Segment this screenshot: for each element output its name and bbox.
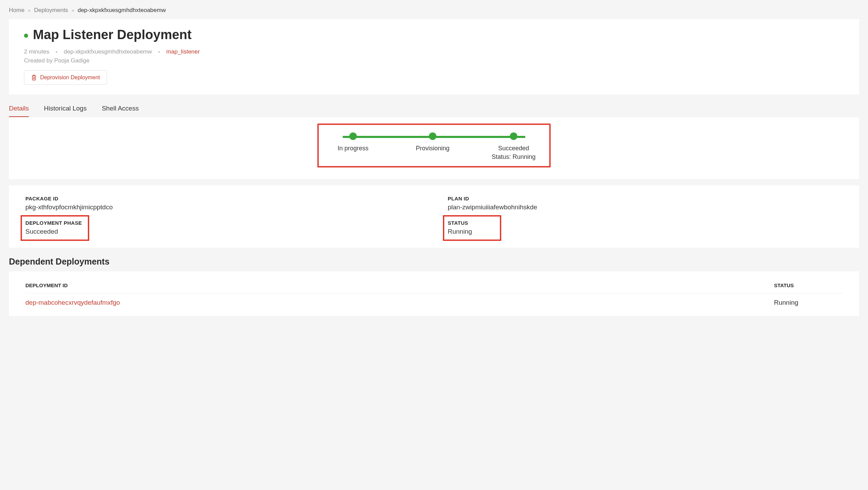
field-value: Running bbox=[448, 228, 495, 235]
step-succeeded: Succeeded Status: Running bbox=[492, 132, 536, 161]
deprovision-label: Deprovision Deployment bbox=[40, 74, 100, 81]
field-package-id: PACKAGE ID pkg-xthfovpfocmkhjimicpptdco bbox=[25, 196, 420, 211]
created-by: Created by Pooja Gadige bbox=[24, 57, 844, 64]
col-deployment-id: DEPLOYMENT ID bbox=[25, 278, 774, 293]
status-dot-icon bbox=[24, 34, 28, 38]
breadcrumb: Home » Deployments » dep-xkpxkfxuesgmhdh… bbox=[0, 0, 868, 19]
chevron-right-icon: » bbox=[28, 8, 31, 13]
page-title: Map Listener Deployment bbox=[33, 27, 191, 42]
dependent-table: DEPLOYMENT ID STATUS dep-mabcohecxrvqyde… bbox=[25, 278, 843, 308]
breadcrumb-current: dep-xkpxkfxuesgmhdhxteoabemw bbox=[78, 7, 166, 14]
field-plan-id: PLAN ID plan-zwipmiuiiiafewbohnihskde bbox=[448, 196, 843, 211]
tab-shell-access[interactable]: Shell Access bbox=[102, 102, 139, 117]
chevron-right-icon: » bbox=[71, 8, 74, 13]
field-value: plan-zwipmiuiiiafewbohnihskde bbox=[448, 203, 843, 211]
service-link[interactable]: map_listener bbox=[166, 48, 200, 55]
dependent-deployments-title: Dependent Deployments bbox=[9, 257, 859, 267]
col-status: STATUS bbox=[774, 278, 843, 293]
dot-separator-icon: ● bbox=[56, 50, 58, 54]
step-provisioning: Provisioning bbox=[412, 132, 453, 152]
tab-historical-logs[interactable]: Historical Logs bbox=[44, 102, 87, 117]
step-label: Succeeded bbox=[498, 145, 529, 152]
field-label: DEPLOYMENT PHASE bbox=[25, 220, 83, 226]
progress-highlight-box: In progress Provisioning Succeeded Statu… bbox=[317, 124, 551, 167]
step-dot-icon bbox=[429, 132, 436, 140]
dependent-table-card: DEPLOYMENT ID STATUS dep-mabcohecxrvqyde… bbox=[9, 271, 859, 316]
step-dot-icon bbox=[510, 132, 517, 140]
deployment-age: 2 minutes bbox=[24, 48, 49, 55]
dependent-deployment-status: Running bbox=[774, 293, 843, 308]
dot-separator-icon: ● bbox=[158, 50, 160, 54]
step-dot-icon bbox=[349, 132, 357, 140]
step-label: In progress bbox=[338, 145, 368, 152]
progress-card: In progress Provisioning Succeeded Statu… bbox=[9, 117, 859, 179]
meta-row: 2 minutes ● dep-xkpxkfxuesgmhdhxteoabemw… bbox=[24, 48, 844, 55]
details-card: PACKAGE ID pkg-xthfovpfocmkhjimicpptdco … bbox=[9, 185, 859, 248]
progress-steps: In progress Provisioning Succeeded Statu… bbox=[332, 132, 536, 161]
breadcrumb-home[interactable]: Home bbox=[9, 7, 24, 14]
table-row: dep-mabcohecxrvqydefaufmxfgo Running bbox=[25, 293, 843, 308]
deprovision-button[interactable]: Deprovision Deployment bbox=[24, 70, 107, 85]
field-deployment-phase: DEPLOYMENT PHASE Succeeded bbox=[21, 215, 89, 241]
header-card: Map Listener Deployment 2 minutes ● dep-… bbox=[9, 19, 859, 94]
tabs: Details Historical Logs Shell Access bbox=[9, 102, 859, 117]
tab-details[interactable]: Details bbox=[9, 102, 29, 117]
field-value: pkg-xthfovpfocmkhjimicpptdco bbox=[25, 203, 420, 211]
step-label: Provisioning bbox=[416, 145, 449, 152]
field-value: Succeeded bbox=[25, 228, 83, 235]
field-label: STATUS bbox=[448, 220, 495, 226]
trash-icon bbox=[31, 74, 37, 81]
field-label: PACKAGE ID bbox=[25, 196, 420, 201]
field-status: STATUS Running bbox=[443, 215, 501, 241]
step-in-progress: In progress bbox=[332, 132, 374, 152]
deployment-id-text: dep-xkpxkfxuesgmhdhxteoabemw bbox=[64, 48, 152, 55]
step-sub-label: Status: Running bbox=[492, 153, 536, 161]
field-label: PLAN ID bbox=[448, 196, 843, 201]
breadcrumb-deployments[interactable]: Deployments bbox=[34, 7, 68, 14]
dependent-deployment-link[interactable]: dep-mabcohecxrvqydefaufmxfgo bbox=[25, 293, 774, 308]
